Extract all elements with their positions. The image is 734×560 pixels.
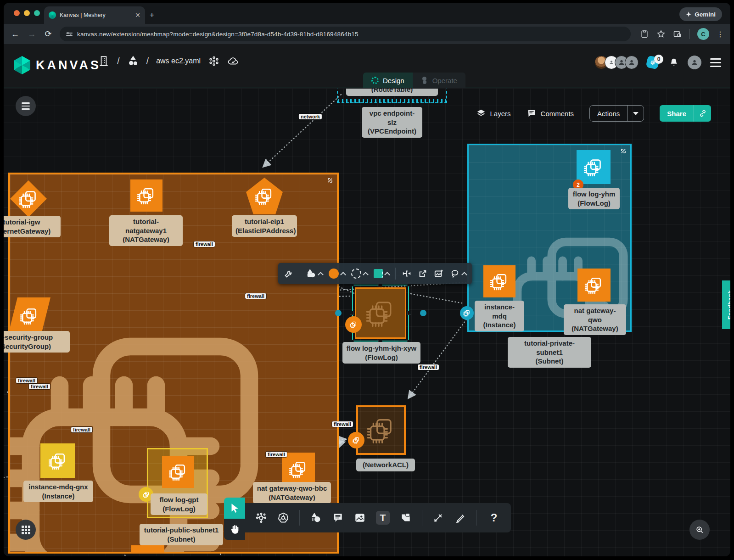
copy-link-icon[interactable] [694,105,711,122]
note-tool-icon[interactable] [400,512,412,524]
minimize-window-button[interactable] [24,10,30,16]
node-label-tutorial-eip1[interactable]: tutorial-eip1(ElasticIPAddress) [232,215,297,237]
select-tool-button[interactable] [224,498,245,519]
node-label-instance-mdq-gnx[interactable]: instance-mdq-gnx(Instance) [23,481,93,502]
edge-tool-icon[interactable] [432,512,444,524]
node-label-flow-log-yhm-kjh-xyw[interactable]: flow log-yhm-kjh-xyw(FlowLog) [342,342,420,364]
node-label-tutorial-natgateway1[interactable]: tutorial-natgateway1(NATGateway) [109,215,183,246]
connection-handle[interactable] [420,310,426,316]
design-canvas[interactable]: (RouteTable) vpc endpoint-slz(VPCEndpoin… [4,89,730,556]
collaborator-avatar[interactable] [625,56,639,69]
cloud-sync-icon[interactable] [227,55,239,67]
apps-grid-button[interactable] [16,520,36,540]
actions-button[interactable]: Actions [589,105,644,122]
flow-log-badge[interactable] [345,316,362,333]
feedback-button[interactable]: Feedback [722,280,730,329]
node-instance-mdq-gnx[interactable] [40,443,75,478]
tab-design[interactable]: Design [363,73,413,88]
node-nat-gateway-qwo[interactable] [577,269,611,302]
notifications-bell-icon[interactable] [669,57,679,67]
node-flow-log-yhm[interactable] [577,150,611,184]
help-button[interactable]: ? [487,511,501,525]
components-icon[interactable] [255,512,267,524]
provider-status-badge[interactable]: ☸ 0 [647,56,661,69]
shapes-tool-icon[interactable] [310,512,322,524]
node-label-nat-gateway-qwo-bbc[interactable]: nat gateway-qwo-bbc(NATGateway) [253,482,331,504]
new-tab-button[interactable]: + [150,11,154,19]
kubernetes-icon[interactable] [277,512,289,524]
back-button[interactable]: ← [10,29,20,39]
add-image-icon[interactable] [434,269,444,279]
kanvas-logo-icon[interactable] [14,56,30,74]
border-style-button[interactable] [351,269,368,279]
maximize-window-button[interactable] [34,10,40,16]
organization-icon[interactable] [98,55,110,67]
browser-tab[interactable]: Kanvas | Meshery ✕ [44,6,145,24]
app-menu-icon[interactable] [710,58,721,67]
node-instance-mdq[interactable] [483,265,515,297]
tab-search-icon[interactable] [673,29,682,39]
node-networkacl[interactable] [356,405,406,455]
close-tab-icon[interactable]: ✕ [135,11,140,19]
bookmark-star-icon[interactable] [656,29,666,39]
comments-button[interactable]: Comments [527,108,574,118]
canvas-menu-button[interactable] [16,96,36,116]
resize-handle[interactable] [407,311,411,315]
browser-menu-icon[interactable]: ⋮ [717,30,724,39]
node-label-tutorial-igw[interactable]: tutorial-igw(InternetGateway) [4,216,61,237]
selected-node-flow-log-yhm-kjh-xyw[interactable] [352,285,409,342]
subnet-port-badge[interactable] [460,306,474,320]
reload-button[interactable]: ⟳ [43,29,53,39]
collapse-icon[interactable] [620,148,627,154]
workspace-icon[interactable] [127,55,139,67]
image-tool-icon[interactable] [354,512,366,524]
node-label-networkacl[interactable]: (NetworkACL) [356,459,415,471]
close-window-button[interactable] [14,10,20,16]
fill-color-button[interactable] [329,269,345,279]
node-label-nat-gateway-qwo[interactable]: nat gateway-qwo(NATGateway) [564,304,626,335]
swatch-style-button[interactable] [374,269,389,278]
layers-button[interactable]: Layers [476,108,511,118]
node-nat-gateway-qwo-bbc[interactable] [282,453,315,486]
open-in-new-icon[interactable] [418,269,428,279]
node-label-vpc-endpoint[interactable]: vpc endpoint-slz(VPCEndpoint) [362,107,422,138]
user-avatar[interactable] [687,55,702,70]
node-tutorial-natgateway1[interactable] [130,179,162,212]
node-label-flow-log-gpt[interactable]: flow log-gpt(FlowLog) [151,493,207,515]
bookmark-panel-icon[interactable] [640,29,649,39]
networkacl-badge[interactable] [348,432,364,448]
address-bar[interactable]: kanvas.new/extension/meshmap?mode=design… [60,27,631,41]
freehand-tool-icon[interactable] [454,512,466,524]
lasso-tool-button[interactable] [450,269,466,279]
node-label-tutorial-private-subnet1[interactable]: tutorial-private-subnet1(Subnet) [508,337,591,368]
node-body[interactable] [355,287,406,339]
text-tool-button[interactable]: T [376,511,390,525]
zoom-button[interactable] [689,520,710,540]
site-settings-icon[interactable] [66,33,73,36]
configure-wrench-icon[interactable] [284,269,294,279]
design-file-name[interactable]: aws ec2.yaml [156,57,201,65]
gemini-button[interactable]: Gemini [679,7,722,21]
pan-tool-button[interactable] [224,519,245,540]
rename-icon[interactable] [402,269,412,279]
node-label-routetable[interactable]: (RouteTable) [346,89,438,96]
tab-operate[interactable]: Operate [413,73,465,88]
collaborator-avatars[interactable] [594,56,639,69]
node-clipped-bottom[interactable] [131,545,164,554]
resize-handle[interactable] [350,311,354,315]
canvas-action-bar: Layers Comments Actions Share [476,105,711,122]
node-label-security-group[interactable]: al-security-group(SecurityGroup) [4,331,70,353]
node-label-flow-log-yhm[interactable]: flow log-yhm(FlowLog) [568,188,620,209]
comment-tool-icon[interactable] [332,512,344,524]
node-label-instance-mdq[interactable]: instance-mdq(Instance) [475,301,524,331]
forward-button[interactable]: → [27,29,37,39]
node-flow-log-gpt[interactable] [162,456,194,488]
connection-handle[interactable] [335,310,342,316]
actions-dropdown-icon[interactable] [627,106,644,121]
share-button[interactable]: Share [660,105,711,122]
collapse-icon[interactable] [327,177,333,184]
shape-picker-button[interactable] [306,269,323,279]
node-label-tutorial-public-subnet1[interactable]: tutorial-public-subnet1(Subnet) [140,524,223,545]
extensions-icon[interactable] [208,55,220,67]
profile-avatar[interactable]: C [697,28,709,40]
